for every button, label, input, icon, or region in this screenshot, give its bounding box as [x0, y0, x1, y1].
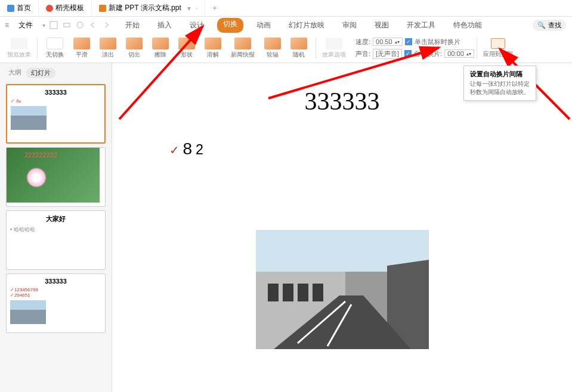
close-tab-icon[interactable]: ·: [196, 4, 197, 13]
thumb-bullet-2: 284651: [14, 293, 30, 298]
auto-advance-label: 自动换片:: [414, 49, 442, 58]
transition-shape[interactable]: 形状: [175, 36, 199, 60]
ribbon-tabs: 开始 插入 设计 切换 动画 幻灯片放映 审阅 视图 开发工具 特色功能: [120, 18, 487, 33]
workspace: 大纲 幻灯片 333333 ✓ 8₂ 222222222 大家好 • 哈哈哈哈 …: [0, 63, 572, 392]
tab-features[interactable]: 特色功能: [449, 18, 487, 33]
undo-icon[interactable]: [88, 20, 98, 30]
outline-tab[interactable]: 大纲: [8, 68, 21, 78]
panel-tabs: 大纲 幻灯片: [2, 66, 109, 80]
transition-cut[interactable]: 切出: [122, 36, 146, 60]
slide-thumb-1[interactable]: 333333 ✓ 8₂: [6, 84, 106, 144]
tab-transition[interactable]: 切换: [217, 18, 243, 33]
file-menu[interactable]: 文件: [13, 19, 39, 32]
sound-select[interactable]: [无声音]: [373, 49, 402, 59]
transition-fade-label: 淡出: [102, 51, 114, 59]
divider: [477, 38, 477, 59]
transition-none[interactable]: 无切换: [42, 36, 67, 60]
transition-morph-label: 平滑: [76, 51, 88, 59]
tab-devtools[interactable]: 开发工具: [402, 18, 440, 33]
tab-insert[interactable]: 插入: [153, 18, 177, 33]
transition-morph[interactable]: 平滑: [70, 36, 94, 60]
preview-icon[interactable]: [75, 20, 85, 30]
auto-advance-tooltip: 设置自动换片间隔 让每一张幻灯片以特定 秒数为间隔自动放映。: [463, 66, 536, 101]
transition-shape-label: 形状: [181, 51, 193, 59]
transition-random[interactable]: 随机: [287, 36, 311, 60]
transition-none-label: 无切换: [46, 51, 64, 59]
transition-cut-label: 切出: [128, 51, 140, 59]
street-image-svg: [256, 230, 429, 349]
transition-news-label: 新闻快报: [231, 51, 255, 59]
preview-effect-button[interactable]: 预览效果: [4, 36, 35, 60]
transition-morph-icon: [73, 38, 90, 49]
tab-review[interactable]: 审阅: [338, 18, 361, 33]
home-icon: [7, 5, 14, 12]
spinner-icon[interactable]: ▴▾: [395, 39, 400, 45]
speed-value: 00.50: [376, 38, 392, 45]
preview-effect-icon: [11, 38, 27, 49]
preview-effect-label: 预览效果: [7, 51, 31, 59]
thumb-flower-image: 222222222: [7, 148, 100, 203]
effect-options-label: 效果选项: [322, 51, 346, 59]
slide-bullet-item[interactable]: ✓ 82: [169, 139, 551, 158]
redo-icon[interactable]: [101, 20, 111, 30]
slide-thumb-3[interactable]: 大家好 • 哈哈哈哈: [6, 210, 106, 270]
bullet-text: 8: [183, 139, 193, 158]
search-box[interactable]: 🔍 查找: [533, 20, 566, 31]
dropdown-icon[interactable]: ▾: [187, 4, 191, 13]
effect-options-button[interactable]: 效果选项: [319, 36, 350, 60]
apply-to-all-label: 应用到全部: [483, 50, 513, 58]
current-slide: 333333 ✓ 82: [134, 63, 551, 392]
svg-rect-14: [313, 284, 323, 301]
tab-design[interactable]: 设计: [185, 18, 209, 33]
save-icon[interactable]: [49, 20, 58, 30]
sound-value: [无声音]: [376, 49, 399, 58]
advance-on-click-label: 单击鼠标时换片: [415, 38, 460, 46]
print-icon[interactable]: [62, 20, 72, 30]
new-tab-button[interactable]: ＋: [205, 3, 224, 13]
tab-daoke-label: 稻壳模板: [55, 3, 84, 13]
slides-tab[interactable]: 幻灯片: [26, 68, 55, 78]
tab-view[interactable]: 视图: [370, 18, 394, 33]
menu-icon[interactable]: ≡: [5, 21, 9, 29]
speed-label: 速度:: [355, 38, 370, 46]
auto-advance-checkbox[interactable]: ✓: [404, 50, 412, 57]
transition-wipe[interactable]: 擦除: [149, 36, 172, 60]
title-tab-bar: 首页 稻壳模板 新建 PPT 演示文稿.ppt ▾ · ＋: [0, 0, 572, 17]
transition-fade-icon: [100, 38, 116, 49]
slide-thumb-2[interactable]: 222222222: [6, 147, 106, 207]
thumb-overlay-text: 222222222: [24, 151, 57, 158]
transition-cut-icon: [126, 38, 143, 49]
fire-icon: [46, 5, 53, 12]
apply-to-all-button[interactable]: 应用到全部: [480, 37, 517, 60]
thumb-bullet: 8₂: [16, 98, 20, 104]
tab-animation[interactable]: 动画: [252, 18, 276, 33]
advance-on-click-checkbox[interactable]: ✓: [405, 38, 412, 45]
tab-start[interactable]: 开始: [120, 18, 144, 33]
tab-slideshow[interactable]: 幻灯片放映: [284, 18, 329, 33]
tab-document-label: 新建 PPT 演示文稿.ppt: [109, 3, 181, 13]
tab-document[interactable]: 新建 PPT 演示文稿.ppt ▾ ·: [92, 0, 205, 16]
slide-street-image[interactable]: [256, 230, 429, 349]
transition-random-label: 随机: [293, 51, 305, 59]
transition-wheel[interactable]: 轮辐: [261, 36, 285, 60]
tab-home[interactable]: 首页: [0, 0, 39, 16]
transition-dissolve[interactable]: 溶解: [201, 36, 225, 60]
speed-input[interactable]: 00.50▴▾: [373, 38, 403, 46]
svg-rect-1: [64, 23, 70, 27]
tab-daoke[interactable]: 稻壳模板: [39, 0, 92, 16]
transition-fade[interactable]: 淡出: [96, 36, 120, 60]
tooltip-title: 设置自动换片间隔: [470, 70, 530, 79]
transitions-gallery: 无切换 平滑 淡出 切出 擦除 形状 溶解 新闻快报 轮辐 随机: [40, 36, 313, 60]
auto-advance-time-input[interactable]: 00:00▴▾: [444, 49, 474, 58]
spinner-icon[interactable]: ▴▾: [466, 51, 471, 57]
transition-wipe-icon: [152, 38, 169, 49]
slide-thumb-4[interactable]: 333333 ✓123456789 ✓284651: [6, 273, 106, 333]
ribbon: 预览效果 无切换 平滑 淡出 切出 擦除 形状 溶解 新闻快报 轮辐 随机 效果…: [0, 33, 572, 63]
slide-canvas[interactable]: 333333 ✓ 82: [112, 63, 572, 392]
transition-random-icon: [290, 38, 307, 49]
transition-news[interactable]: 新闻快报: [227, 36, 258, 60]
search-icon: 🔍: [537, 21, 546, 29]
menu-bar: ≡ 文件 ▾ 开始 插入 设计 切换 动画 幻灯片放映 审阅 视图 开发工具 特…: [0, 17, 572, 33]
sound-label: 声音:: [355, 49, 370, 58]
thumb-image: [10, 300, 46, 324]
